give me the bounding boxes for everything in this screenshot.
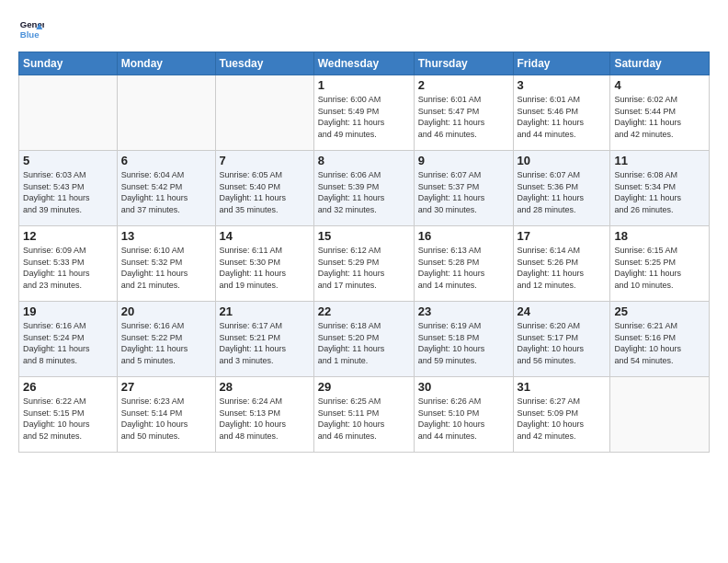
calendar-day-cell — [117, 75, 215, 151]
day-info: Sunrise: 6:10 AM Sunset: 5:32 PM Dayligh… — [121, 245, 211, 291]
weekday-header-saturday: Saturday — [610, 52, 710, 75]
day-info: Sunrise: 6:04 AM Sunset: 5:42 PM Dayligh… — [121, 169, 211, 215]
page: General Blue SundayMondayTuesdayWednesda… — [0, 0, 728, 563]
weekday-header-row: SundayMondayTuesdayWednesdayThursdayFrid… — [19, 52, 710, 75]
day-info: Sunrise: 6:20 AM Sunset: 5:17 PM Dayligh… — [518, 320, 607, 366]
day-info: Sunrise: 6:19 AM Sunset: 5:18 PM Dayligh… — [418, 320, 509, 366]
day-number: 14 — [220, 229, 310, 243]
day-info: Sunrise: 6:17 AM Sunset: 5:21 PM Dayligh… — [220, 320, 310, 366]
calendar-day-cell: 27Sunrise: 6:23 AM Sunset: 5:14 PM Dayli… — [117, 377, 215, 453]
weekday-header-sunday: Sunday — [19, 52, 118, 75]
day-info: Sunrise: 6:00 AM Sunset: 5:49 PM Dayligh… — [318, 94, 410, 140]
calendar-day-cell: 1Sunrise: 6:00 AM Sunset: 5:49 PM Daylig… — [313, 75, 414, 151]
day-number: 3 — [518, 78, 607, 92]
calendar-day-cell: 7Sunrise: 6:05 AM Sunset: 5:40 PM Daylig… — [215, 151, 313, 226]
calendar-day-cell: 15Sunrise: 6:12 AM Sunset: 5:29 PM Dayli… — [313, 226, 414, 302]
weekday-header-tuesday: Tuesday — [215, 52, 313, 75]
calendar-day-cell: 8Sunrise: 6:06 AM Sunset: 5:39 PM Daylig… — [313, 151, 414, 226]
day-info: Sunrise: 6:14 AM Sunset: 5:26 PM Dayligh… — [518, 245, 607, 291]
day-info: Sunrise: 6:13 AM Sunset: 5:28 PM Dayligh… — [418, 245, 509, 291]
calendar-day-cell: 24Sunrise: 6:20 AM Sunset: 5:17 PM Dayli… — [513, 302, 610, 377]
day-number: 27 — [121, 380, 211, 394]
calendar: SundayMondayTuesdayWednesdayThursdayFrid… — [18, 52, 710, 453]
day-info: Sunrise: 6:02 AM Sunset: 5:44 PM Dayligh… — [614, 94, 705, 140]
calendar-day-cell: 5Sunrise: 6:03 AM Sunset: 5:43 PM Daylig… — [19, 151, 118, 226]
day-info: Sunrise: 6:27 AM Sunset: 5:09 PM Dayligh… — [518, 396, 607, 442]
day-info: Sunrise: 6:21 AM Sunset: 5:16 PM Dayligh… — [614, 320, 705, 366]
day-number: 2 — [418, 78, 509, 92]
svg-text:Blue: Blue — [20, 29, 40, 40]
calendar-day-cell: 3Sunrise: 6:01 AM Sunset: 5:46 PM Daylig… — [513, 75, 610, 151]
day-number: 6 — [121, 154, 211, 167]
day-info: Sunrise: 6:23 AM Sunset: 5:14 PM Dayligh… — [121, 396, 211, 442]
day-number: 5 — [23, 154, 113, 167]
day-number: 28 — [220, 380, 310, 394]
calendar-day-cell: 11Sunrise: 6:08 AM Sunset: 5:34 PM Dayli… — [610, 151, 710, 226]
calendar-day-cell: 14Sunrise: 6:11 AM Sunset: 5:30 PM Dayli… — [215, 226, 313, 302]
day-info: Sunrise: 6:05 AM Sunset: 5:40 PM Dayligh… — [220, 169, 310, 215]
calendar-week-row: 5Sunrise: 6:03 AM Sunset: 5:43 PM Daylig… — [19, 151, 710, 226]
day-info: Sunrise: 6:07 AM Sunset: 5:36 PM Dayligh… — [518, 169, 607, 215]
weekday-header-wednesday: Wednesday — [313, 52, 414, 75]
calendar-day-cell: 13Sunrise: 6:10 AM Sunset: 5:32 PM Dayli… — [117, 226, 215, 302]
day-number: 24 — [518, 304, 607, 318]
day-number: 29 — [318, 380, 410, 394]
day-info: Sunrise: 6:12 AM Sunset: 5:29 PM Dayligh… — [318, 245, 410, 291]
day-number: 15 — [318, 229, 410, 243]
calendar-day-cell: 20Sunrise: 6:16 AM Sunset: 5:22 PM Dayli… — [117, 302, 215, 377]
calendar-day-cell: 28Sunrise: 6:24 AM Sunset: 5:13 PM Dayli… — [215, 377, 313, 453]
day-number: 10 — [518, 154, 607, 167]
calendar-day-cell: 2Sunrise: 6:01 AM Sunset: 5:47 PM Daylig… — [414, 75, 513, 151]
calendar-day-cell — [19, 75, 118, 151]
day-number: 8 — [318, 154, 410, 167]
calendar-day-cell: 26Sunrise: 6:22 AM Sunset: 5:15 PM Dayli… — [19, 377, 118, 453]
day-info: Sunrise: 6:06 AM Sunset: 5:39 PM Dayligh… — [318, 169, 410, 215]
day-number: 16 — [418, 229, 509, 243]
calendar-week-row: 1Sunrise: 6:00 AM Sunset: 5:49 PM Daylig… — [19, 75, 710, 151]
calendar-day-cell: 6Sunrise: 6:04 AM Sunset: 5:42 PM Daylig… — [117, 151, 215, 226]
day-number: 19 — [23, 304, 113, 318]
header: General Blue — [18, 17, 710, 42]
day-number: 13 — [121, 229, 211, 243]
day-info: Sunrise: 6:11 AM Sunset: 5:30 PM Dayligh… — [220, 245, 310, 291]
day-number: 23 — [418, 304, 509, 318]
day-info: Sunrise: 6:26 AM Sunset: 5:10 PM Dayligh… — [418, 396, 509, 442]
day-info: Sunrise: 6:08 AM Sunset: 5:34 PM Dayligh… — [614, 169, 705, 215]
weekday-header-monday: Monday — [117, 52, 215, 75]
calendar-day-cell: 31Sunrise: 6:27 AM Sunset: 5:09 PM Dayli… — [513, 377, 610, 453]
calendar-day-cell: 29Sunrise: 6:25 AM Sunset: 5:11 PM Dayli… — [313, 377, 414, 453]
logo: General Blue — [18, 17, 48, 42]
day-number: 25 — [614, 304, 705, 318]
calendar-day-cell — [610, 377, 710, 453]
day-number: 11 — [614, 154, 705, 167]
calendar-day-cell: 17Sunrise: 6:14 AM Sunset: 5:26 PM Dayli… — [513, 226, 610, 302]
calendar-day-cell: 4Sunrise: 6:02 AM Sunset: 5:44 PM Daylig… — [610, 75, 710, 151]
day-number: 26 — [23, 380, 113, 394]
calendar-day-cell: 12Sunrise: 6:09 AM Sunset: 5:33 PM Dayli… — [19, 226, 118, 302]
day-info: Sunrise: 6:01 AM Sunset: 5:46 PM Dayligh… — [518, 94, 607, 140]
calendar-day-cell: 9Sunrise: 6:07 AM Sunset: 5:37 PM Daylig… — [414, 151, 513, 226]
day-number: 30 — [418, 380, 509, 394]
day-info: Sunrise: 6:22 AM Sunset: 5:15 PM Dayligh… — [23, 396, 113, 442]
calendar-day-cell: 10Sunrise: 6:07 AM Sunset: 5:36 PM Dayli… — [513, 151, 610, 226]
day-info: Sunrise: 6:01 AM Sunset: 5:47 PM Dayligh… — [418, 94, 509, 140]
day-info: Sunrise: 6:16 AM Sunset: 5:24 PM Dayligh… — [23, 320, 113, 366]
day-info: Sunrise: 6:25 AM Sunset: 5:11 PM Dayligh… — [318, 396, 410, 442]
day-number: 18 — [614, 229, 705, 243]
weekday-header-thursday: Thursday — [414, 52, 513, 75]
calendar-day-cell: 16Sunrise: 6:13 AM Sunset: 5:28 PM Dayli… — [414, 226, 513, 302]
calendar-day-cell: 23Sunrise: 6:19 AM Sunset: 5:18 PM Dayli… — [414, 302, 513, 377]
day-number: 9 — [418, 154, 509, 167]
day-number: 22 — [318, 304, 410, 318]
day-number: 12 — [23, 229, 113, 243]
calendar-week-row: 12Sunrise: 6:09 AM Sunset: 5:33 PM Dayli… — [19, 226, 710, 302]
day-number: 1 — [318, 78, 410, 92]
calendar-day-cell: 21Sunrise: 6:17 AM Sunset: 5:21 PM Dayli… — [215, 302, 313, 377]
day-info: Sunrise: 6:03 AM Sunset: 5:43 PM Dayligh… — [23, 169, 113, 215]
weekday-header-friday: Friday — [513, 52, 610, 75]
calendar-day-cell: 25Sunrise: 6:21 AM Sunset: 5:16 PM Dayli… — [610, 302, 710, 377]
day-number: 31 — [518, 380, 607, 394]
calendar-day-cell — [215, 75, 313, 151]
day-info: Sunrise: 6:18 AM Sunset: 5:20 PM Dayligh… — [318, 320, 410, 366]
calendar-day-cell: 19Sunrise: 6:16 AM Sunset: 5:24 PM Dayli… — [19, 302, 118, 377]
